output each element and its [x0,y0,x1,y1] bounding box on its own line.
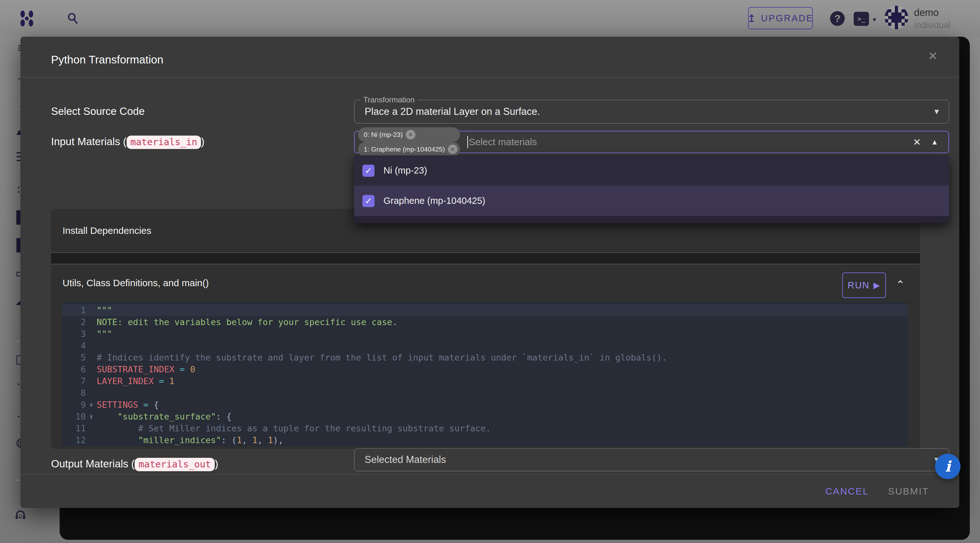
line-number: 4 [62,340,86,352]
cancel-button[interactable]: CANCEL [825,486,869,497]
sidebar-item-add[interactable]: + [15,72,21,85]
code-line[interactable]: 2NOTE: edit the variables below for your… [62,316,908,328]
chip-label: 0: Ni (mp-23) [364,131,403,139]
code-text: SUBSTRATE_INDEX = 0 [97,363,908,375]
code-line[interactable]: 7LAYER_INDEX = 1 [62,375,908,387]
checkbox-checked-icon[interactable]: ✓ [363,165,374,177]
code-line[interactable]: 12 "miller_indices": (1, 1, 1), [62,434,908,446]
chevron-up-icon[interactable]: ▲ [931,138,938,146]
sidebar-item-charts[interactable]: ▙ [15,239,21,252]
clear-selection-icon[interactable]: ✕ [913,137,921,148]
info-fab-button[interactable]: i [935,454,961,479]
brand-logo-icon[interactable] [19,10,35,27]
terminal-icon[interactable]: >_ [854,12,869,26]
chevron-down-icon[interactable]: ▼ [933,107,940,116]
code-line[interactable]: 11 # Set Miller indices as a tuple for t… [62,422,908,434]
code-line[interactable]: 3""" [62,328,908,340]
sidebar-item-bank[interactable]: ◫ [15,352,21,365]
sidebar-item-cloud[interactable]: ☁ [15,295,21,307]
submit-button[interactable]: SUBMIT [888,486,929,497]
left-sidebar: ≡+▰☰∷▊▙▭☁◫∵∴◍ [0,37,21,540]
material-option[interactable]: ✓Ni (mp-23) [354,155,949,186]
line-number: 3 [62,328,86,340]
code-text: # Set Miller indices as a tuple for the … [97,422,908,434]
play-icon: ▶ [873,280,880,290]
fold-arrow-icon[interactable]: ∨ [86,411,97,422]
material-chip[interactable]: 1: Graphene (mp-1040425)✕ [358,142,460,157]
fold-gutter [86,434,97,446]
output-materials-select[interactable]: Selected Materials ▼ [354,448,949,471]
fold-gutter [86,375,97,387]
material-chip[interactable]: 0: Ni (mp-23)✕ [358,127,460,142]
run-button[interactable]: RUN ▶ [842,272,886,298]
utils-accordion: Utils, Class Definitions, and main() RUN… [51,264,920,449]
code-text: LAYER_INDEX = 1 [97,375,908,387]
code-line[interactable]: 4 [62,340,908,352]
sidebar-divider [15,109,21,110]
dialog-footer: CANCEL SUBMIT [21,475,959,508]
terminal-caret-icon[interactable]: ▼ [872,17,877,23]
code-line[interactable]: 6SUBSTRATE_INDEX = 0 [62,363,908,375]
line-number: 6 [62,363,86,375]
fold-gutter [86,387,97,399]
collapse-accordion-icon[interactable]: ⌃ [896,278,905,291]
code-line[interactable]: 8 [62,387,908,399]
materials-placeholder: Select materials [469,137,537,147]
sidebar-item-list[interactable]: ☰ [15,151,21,163]
sidebar-item-menu[interactable]: ≡ [15,41,21,54]
materials-dropdown-menu: ✓Ni (mp-23)✓Graphene (mp-1040425) [354,155,949,223]
sidebar-item-team[interactable]: ∵ [15,380,21,393]
sidebar-item-media[interactable]: ▭ [15,267,21,279]
utils-accordion-title: Utils, Class Definitions, and main() [62,277,208,288]
transformation-value: Place a 2D material Layer on a Surface. [364,106,540,118]
line-number: 9 [62,399,86,411]
help-icon[interactable]: ? [830,11,845,26]
user-avatar[interactable] [885,6,908,29]
sidebar-item-web[interactable]: ◍ [15,436,21,449]
code-line[interactable]: 1""" [62,304,908,316]
transformation-select[interactable]: Place a 2D material Layer on a Surface. … [354,100,949,123]
fold-gutter [86,316,97,328]
text-cursor [467,136,468,148]
sidebar-item-materials[interactable]: ∷ [15,183,21,196]
code-line[interactable]: 5# Indices identify the substrate and la… [62,352,908,363]
line-number: 8 [62,387,86,399]
code-text: # Indices identify the substrate and lay… [97,352,908,363]
code-text: """ [97,328,908,340]
code-text [97,387,908,399]
line-number: 10 [62,411,86,422]
input-materials-suffix: ) [201,135,205,147]
upgrade-button[interactable]: ↥ UPGRADE [748,7,813,29]
support-headset-icon[interactable] [14,508,27,521]
sidebar-item-share[interactable]: ∴ [15,408,21,421]
fold-arrow-icon[interactable]: ∨ [86,399,97,411]
line-number: 11 [62,422,86,434]
upgrade-label: UPGRADE [761,13,813,24]
code-text: "substrate_surface": { [97,411,908,422]
input-materials-label: Input Materials (materials_in) [51,135,205,149]
code-line[interactable]: 10∨ "substrate_surface": { [62,411,908,422]
sidebar-item-projects[interactable]: ▰ [15,126,21,138]
search-icon[interactable] [66,12,79,26]
close-icon[interactable]: ✕ [928,49,937,63]
material-option[interactable]: ✓Graphene (mp-1040425) [354,186,949,216]
select-source-code-label: Select Source Code [51,105,145,118]
checkbox-checked-icon[interactable]: ✓ [363,195,374,207]
chip-delete-icon[interactable]: ✕ [406,130,415,139]
topbar: ↥ UPGRADE ? >_ ▼ demo Individual [0,0,980,37]
fold-gutter [86,352,97,363]
code-line[interactable]: 9∨SETTINGS = { [62,399,908,411]
output-materials-value: Selected Materials [364,454,446,465]
transformation-label: Transformation [361,96,418,104]
fold-gutter [86,363,97,375]
sidebar-divider [15,341,21,342]
install-dependencies-title: Install Dependencies [62,225,151,236]
input-materials-prefix: Input Materials ( [51,135,127,147]
chip-label: 1: Graphene (mp-1040425) [364,145,445,153]
materials-multiselect-input[interactable]: 0: Ni (mp-23)✕1: Graphene (mp-1040425)✕ … [354,131,949,153]
code-editor[interactable]: 1"""2NOTE: edit the variables below for … [62,302,908,446]
sidebar-item-jobs[interactable]: ▊ [15,211,21,224]
user-name: demo [914,7,939,19]
chip-delete-icon[interactable]: ✕ [448,145,457,154]
material-option-label: Graphene (mp-1040425) [383,196,485,206]
